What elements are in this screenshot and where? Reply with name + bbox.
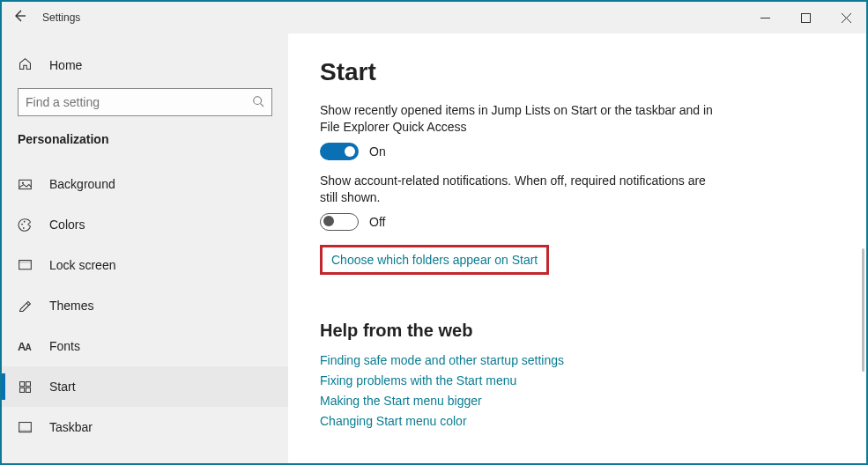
themes-icon xyxy=(18,299,35,314)
svg-rect-14 xyxy=(26,381,30,386)
sidebar-item-label: Lock screen xyxy=(35,258,115,272)
home-label: Home xyxy=(35,58,82,72)
help-link[interactable]: Fixing problems with the Start menu xyxy=(320,373,835,388)
sidebar-item-fonts[interactable]: AA Fonts xyxy=(2,326,288,366)
toggle-account-notif[interactable] xyxy=(320,213,359,231)
sidebar-item-colors[interactable]: Colors xyxy=(2,204,288,245)
main-panel: Start Show recently opened items in Jump… xyxy=(288,33,866,463)
search-field[interactable] xyxy=(26,95,252,109)
palette-icon xyxy=(18,218,35,232)
help-header: Help from the web xyxy=(320,321,835,341)
sidebar-item-label: Start xyxy=(35,380,76,394)
title-bar: Settings xyxy=(2,2,866,33)
sidebar-item-start[interactable]: Start xyxy=(2,366,288,407)
highlight-box: Choose which folders appear on Start xyxy=(320,245,549,275)
svg-line-5 xyxy=(261,103,264,107)
minimize-button[interactable] xyxy=(745,2,785,33)
svg-point-10 xyxy=(23,227,25,229)
svg-point-8 xyxy=(21,223,23,225)
svg-rect-15 xyxy=(20,388,25,392)
svg-rect-1 xyxy=(801,13,810,22)
sidebar-item-label: Fonts xyxy=(35,339,80,353)
svg-rect-18 xyxy=(19,430,32,432)
sidebar-item-label: Colors xyxy=(35,218,85,232)
search-icon xyxy=(252,95,264,110)
svg-rect-12 xyxy=(19,260,32,262)
sidebar-item-themes[interactable]: Themes xyxy=(2,285,288,326)
toggle-jump-lists[interactable] xyxy=(320,143,359,160)
setting-jump-lists-desc: Show recently opened items in Jump Lists… xyxy=(320,102,725,136)
picture-icon xyxy=(18,177,35,192)
category-header: Personalization xyxy=(2,127,288,164)
svg-rect-16 xyxy=(26,388,30,392)
toggle-account-notif-state: Off xyxy=(369,215,385,229)
sidebar-item-taskbar[interactable]: Taskbar xyxy=(2,407,288,447)
svg-point-9 xyxy=(24,220,26,222)
maximize-button[interactable] xyxy=(785,2,826,33)
help-link[interactable]: Finding safe mode and other startup sett… xyxy=(320,353,835,367)
svg-point-4 xyxy=(254,96,262,104)
link-choose-folders[interactable]: Choose which folders appear on Start xyxy=(331,253,538,267)
svg-point-7 xyxy=(22,181,24,183)
lock-screen-icon xyxy=(18,258,35,273)
sidebar-item-background[interactable]: Background xyxy=(2,164,288,204)
fonts-icon: AA xyxy=(18,340,35,353)
sidebar-item-label: Taskbar xyxy=(35,420,93,434)
back-button[interactable] xyxy=(2,9,37,26)
taskbar-icon xyxy=(18,420,35,435)
setting-account-notif-desc: Show account-related notifications. When… xyxy=(320,173,725,206)
page-title: Start xyxy=(320,58,835,86)
svg-rect-13 xyxy=(20,381,25,386)
scrollbar[interactable] xyxy=(862,248,864,372)
help-link[interactable]: Changing Start menu color xyxy=(320,414,835,428)
window-title: Settings xyxy=(37,11,80,24)
home-icon xyxy=(18,56,35,75)
help-link[interactable]: Making the Start menu bigger xyxy=(320,394,835,408)
toggle-jump-lists-state: On xyxy=(369,144,386,159)
sidebar-item-label: Background xyxy=(35,177,115,191)
search-input[interactable] xyxy=(18,88,272,116)
sidebar: Home Personalization Background Colors xyxy=(2,33,288,463)
start-tiles-icon xyxy=(18,380,35,395)
sidebar-item-label: Themes xyxy=(35,299,94,313)
close-button[interactable] xyxy=(826,2,866,33)
sidebar-item-home[interactable]: Home xyxy=(2,48,288,83)
sidebar-item-lock-screen[interactable]: Lock screen xyxy=(2,245,288,285)
